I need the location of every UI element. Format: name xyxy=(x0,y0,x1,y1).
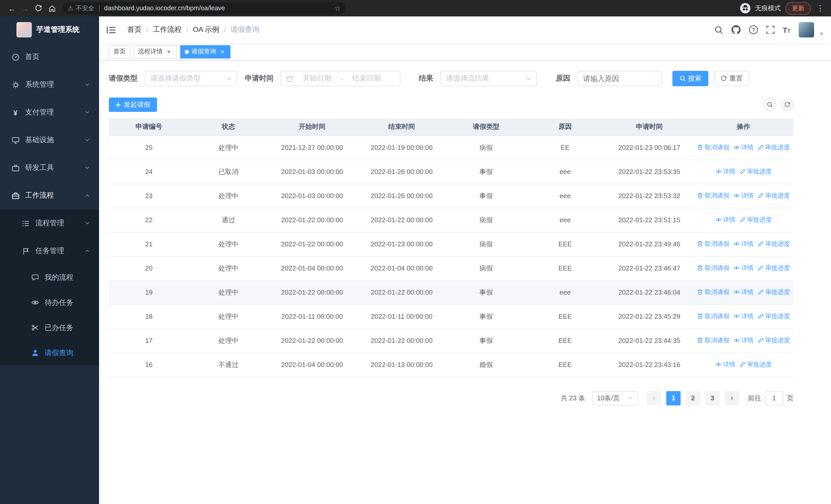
page-content: 请假类型 请选择请假类型 申请时间 开始日期 xyxy=(99,61,831,504)
detail-action[interactable]: 详情 xyxy=(734,191,753,200)
approval-progress-action[interactable]: 审批进度 xyxy=(757,191,790,200)
refresh-table-button[interactable] xyxy=(781,98,794,111)
page-button-3[interactable]: 3 xyxy=(705,391,720,405)
cancel-leave-action[interactable]: 取消请假 xyxy=(697,336,729,345)
page-size-select[interactable]: 10条/页 xyxy=(592,391,638,405)
page-button-2[interactable]: 2 xyxy=(686,391,700,405)
cancel-leave-action[interactable]: 取消请假 xyxy=(697,191,729,200)
chevron-down-icon xyxy=(85,138,90,143)
forward-icon[interactable]: → xyxy=(19,2,32,15)
update-button[interactable]: 更新 xyxy=(785,2,811,14)
sidebar-item-process-manage[interactable]: 流程管理 xyxy=(0,209,99,237)
header-search-icon[interactable] xyxy=(714,25,723,34)
back-icon[interactable]: ← xyxy=(5,2,19,15)
apply-time-cell: 2022-01-22 23:51:15 xyxy=(605,208,693,232)
sidebar-item-label: 请假查询 xyxy=(45,348,74,357)
cancel-trash-icon xyxy=(697,313,703,320)
sidebar-item-label: 研发工具 xyxy=(25,163,54,173)
leave-type-select[interactable]: 请选择请假类型 xyxy=(145,71,237,86)
start-date-placeholder: 开始日期 xyxy=(297,74,337,83)
result-select[interactable]: 请选择流结果 xyxy=(440,71,537,86)
reason-input[interactable] xyxy=(577,71,662,86)
cancel-leave-action[interactable]: 取消请假 xyxy=(697,312,729,321)
end-date-placeholder: 结束日期 xyxy=(346,74,386,83)
avatar-caret-icon[interactable] xyxy=(819,31,824,36)
reset-button[interactable]: 重置 xyxy=(714,71,749,86)
application-id-cell: 19 xyxy=(109,280,189,304)
sidebar-item-devtools[interactable]: 研发工具 xyxy=(0,154,99,182)
detail-action[interactable]: 详情 xyxy=(734,143,753,152)
tab-leave-query[interactable]: 请假查询 × xyxy=(180,45,230,58)
breadcrumb-item[interactable]: OA 示例 xyxy=(193,25,220,34)
sidebar-item-infrastructure[interactable]: 基础设施 xyxy=(0,126,99,154)
search-button[interactable]: 搜索 xyxy=(672,71,708,86)
create-leave-button[interactable]: 发起请假 xyxy=(109,97,157,112)
prev-page-button[interactable] xyxy=(647,391,661,405)
approval-progress-action[interactable]: 审批进度 xyxy=(739,215,772,224)
detail-action[interactable]: 详情 xyxy=(734,288,753,297)
sidebar-item-home[interactable]: 首页 xyxy=(0,43,99,71)
github-icon[interactable] xyxy=(731,25,740,34)
apply-time-range-picker[interactable]: 开始日期 - 结束日期 xyxy=(281,71,400,86)
toggle-search-button[interactable] xyxy=(764,98,776,111)
sidebar-item-my-process[interactable]: 我的流程 xyxy=(0,265,99,290)
address-bar[interactable]: ⚠ 不安全 dashboard.yudao.iocoder.cn/bpm/oa/… xyxy=(63,2,346,14)
detail-action[interactable]: 详情 xyxy=(715,167,735,176)
detail-action[interactable]: 详情 xyxy=(734,312,753,321)
sidebar-item-todo-task[interactable]: 待办任务 xyxy=(0,290,99,315)
cancel-leave-action[interactable]: 取消请假 xyxy=(697,143,729,152)
sidebar-item-workflow[interactable]: 工作流程 xyxy=(0,182,99,209)
detail-action[interactable]: 详情 xyxy=(734,240,753,248)
approval-progress-action[interactable]: 审批进度 xyxy=(757,288,790,297)
user-avatar[interactable] xyxy=(799,22,814,37)
app-logo[interactable]: 芋道管理系统 xyxy=(0,17,99,43)
cancel-leave-action[interactable]: 取消请假 xyxy=(697,240,729,248)
sidebar: 芋道管理系统 首页 系统管理 ¥ 支付管理 xyxy=(0,17,99,504)
cancel-leave-action[interactable]: 取消请假 xyxy=(697,264,729,272)
actions-cell: 取消请假详情审批进度 xyxy=(693,256,794,280)
close-icon[interactable]: × xyxy=(165,48,172,55)
fullscreen-icon[interactable] xyxy=(766,26,774,34)
approval-progress-action[interactable]: 审批进度 xyxy=(757,240,790,248)
detail-action[interactable]: 详情 xyxy=(715,360,735,369)
tab-home[interactable]: 首页 xyxy=(109,45,131,58)
reason-input-field[interactable] xyxy=(583,75,656,83)
cancel-leave-action[interactable]: 取消请假 xyxy=(697,288,729,297)
page-button-1[interactable]: 1 xyxy=(666,391,681,405)
actions-cell: 取消请假详情审批进度 xyxy=(693,184,794,208)
detail-action[interactable]: 详情 xyxy=(734,336,753,345)
detail-eye-icon xyxy=(734,145,740,151)
sidebar-item-system[interactable]: 系统管理 xyxy=(0,71,99,98)
approval-progress-action[interactable]: 审批进度 xyxy=(757,264,790,272)
next-page-button[interactable] xyxy=(725,391,739,405)
breadcrumb-item[interactable]: 首页 xyxy=(127,25,142,34)
approval-progress-action[interactable]: 审批进度 xyxy=(739,167,772,176)
font-size-icon[interactable]: TT xyxy=(782,26,791,34)
sidebar-toggle-icon[interactable] xyxy=(99,17,123,43)
approval-progress-action[interactable]: 审批进度 xyxy=(757,336,790,345)
sidebar-item-payment[interactable]: ¥ 支付管理 xyxy=(0,98,99,126)
approval-progress-action[interactable]: 审批进度 xyxy=(757,143,790,152)
goto-page-input[interactable] xyxy=(765,391,783,405)
help-icon[interactable]: ? xyxy=(749,25,758,34)
navbar-actions: ? TT xyxy=(714,22,831,37)
detail-action[interactable]: 详情 xyxy=(734,264,753,272)
reason-cell: eee xyxy=(525,184,605,208)
sidebar-item-leave-query[interactable]: 请假查询 xyxy=(0,340,99,365)
table-row: 24已取消2022-01-03 00:00:002022-01-26 00:00… xyxy=(109,159,794,184)
sidebar-item-task-manage[interactable]: 任务管理 xyxy=(0,237,99,265)
security-warning-icon[interactable]: ⚠ xyxy=(68,5,74,12)
breadcrumb-item[interactable]: 工作流程 xyxy=(153,25,182,34)
chevron-down-icon xyxy=(85,110,90,115)
close-icon[interactable]: × xyxy=(219,48,226,55)
bookmark-star-icon[interactable]: ☆ xyxy=(335,4,341,12)
tab-process-detail[interactable]: 流程详情 × xyxy=(134,45,177,58)
sidebar-item-done-task[interactable]: 已办任务 xyxy=(0,315,99,340)
application-id-cell: 20 xyxy=(109,256,189,280)
browser-menu-icon[interactable]: ⋮ xyxy=(815,4,825,13)
approval-progress-action[interactable]: 审批进度 xyxy=(739,360,772,369)
reload-icon[interactable] xyxy=(32,2,45,15)
detail-action[interactable]: 详情 xyxy=(715,215,735,224)
browser-home-icon[interactable] xyxy=(45,2,58,15)
approval-progress-action[interactable]: 审批进度 xyxy=(757,312,790,321)
